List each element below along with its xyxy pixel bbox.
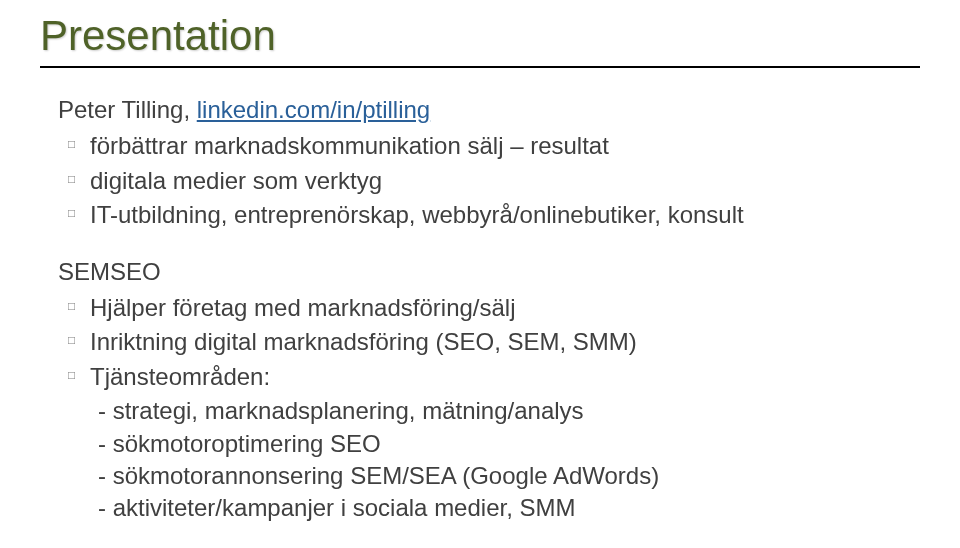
bullet-text: Hjälper företag med marknadsföring/sälj	[90, 294, 516, 321]
sub-item: - aktiviteter/kampanjer i sociala medier…	[98, 492, 920, 524]
bullet-text: Tjänsteområden:	[90, 363, 270, 390]
sub-item: - strategi, marknadsplanering, mätning/a…	[98, 395, 920, 427]
list-item: Hjälper företag med marknadsföring/sälj	[68, 292, 920, 324]
sub-list-container: - strategi, marknadsplanering, mätning/a…	[40, 395, 920, 525]
author-link[interactable]: linkedin.com/in/ptilling	[197, 96, 430, 123]
slide-body: Peter Tilling, linkedin.com/in/ptilling …	[40, 94, 920, 525]
list-item: förbättrar marknadskommunikation sälj – …	[68, 130, 920, 162]
bullet-text: digitala medier som verktyg	[90, 167, 382, 194]
section-bullet-list: Hjälper företag med marknadsföring/sälj …	[40, 292, 920, 393]
bullet-text: förbättrar marknadskommunikation sälj – …	[90, 132, 609, 159]
bullet-text: IT-utbildning, entreprenörskap, webbyrå/…	[90, 201, 744, 228]
title-divider	[40, 66, 920, 68]
slide-container: Presentation Peter Tilling, linkedin.com…	[0, 0, 960, 548]
list-item: IT-utbildning, entreprenörskap, webbyrå/…	[68, 199, 920, 231]
top-bullet-list: förbättrar marknadskommunikation sälj – …	[40, 130, 920, 231]
author-name: Peter Tilling,	[58, 96, 197, 123]
bullet-text: Inriktning digital marknadsföring (SEO, …	[90, 328, 637, 355]
list-item: digitala medier som verktyg	[68, 165, 920, 197]
slide-title: Presentation	[40, 12, 920, 60]
list-item: Tjänsteområden:	[68, 361, 920, 393]
section-label: SEMSEO	[58, 256, 920, 288]
sub-item: - sökmotoroptimering SEO	[98, 428, 920, 460]
author-line: Peter Tilling, linkedin.com/in/ptilling	[40, 94, 920, 126]
list-item: Inriktning digital marknadsföring (SEO, …	[68, 326, 920, 358]
sub-item: - sökmotorannonsering SEM/SEA (Google Ad…	[98, 460, 920, 492]
